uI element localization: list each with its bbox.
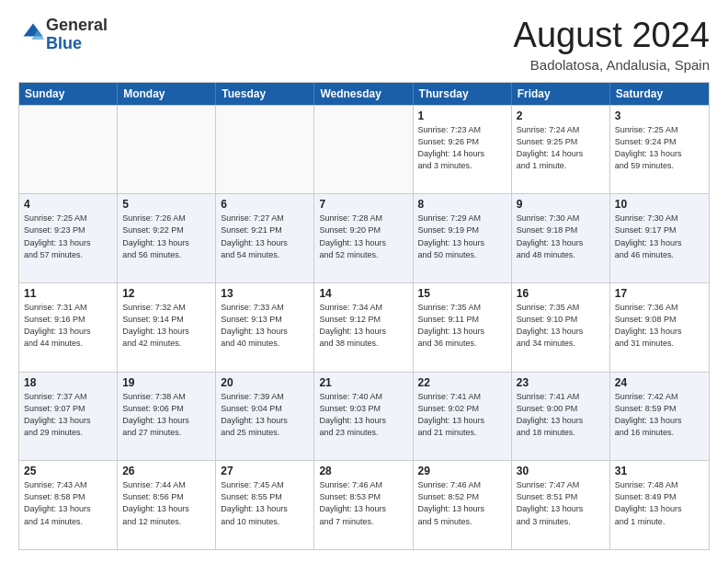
day-info: Sunrise: 7:23 AM Sunset: 9:26 PM Dayligh…: [418, 124, 506, 172]
cal-cell-3-7: 17Sunrise: 7:36 AM Sunset: 9:08 PM Dayli…: [610, 283, 709, 372]
day-info: Sunrise: 7:36 AM Sunset: 9:08 PM Dayligh…: [615, 302, 704, 350]
calendar-body: 1Sunrise: 7:23 AM Sunset: 9:26 PM Daylig…: [19, 105, 709, 549]
day-info: Sunrise: 7:25 AM Sunset: 9:23 PM Dayligh…: [24, 213, 112, 260]
day-number: 13: [221, 287, 309, 300]
day-number: 24: [615, 376, 704, 389]
day-info: Sunrise: 7:45 AM Sunset: 8:55 PM Dayligh…: [221, 479, 309, 527]
location: Badolatosa, Andalusia, Spain: [514, 57, 710, 73]
calendar-header: Sunday Monday Tuesday Wednesday Thursday…: [19, 83, 709, 105]
day-info: Sunrise: 7:29 AM Sunset: 9:19 PM Dayligh…: [418, 213, 506, 260]
day-number: 5: [122, 198, 210, 211]
header-friday: Friday: [512, 83, 610, 105]
day-number: 9: [517, 198, 605, 211]
day-info: Sunrise: 7:35 AM Sunset: 9:11 PM Dayligh…: [418, 302, 506, 350]
day-number: 14: [319, 287, 407, 300]
day-info: Sunrise: 7:28 AM Sunset: 9:20 PM Dayligh…: [319, 213, 407, 260]
cal-cell-3-6: 16Sunrise: 7:35 AM Sunset: 9:10 PM Dayli…: [512, 283, 610, 372]
day-number: 1: [418, 109, 506, 122]
cal-cell-4-7: 24Sunrise: 7:42 AM Sunset: 8:59 PM Dayli…: [610, 373, 709, 461]
cal-cell-3-2: 12Sunrise: 7:32 AM Sunset: 9:14 PM Dayli…: [118, 283, 216, 372]
day-info: Sunrise: 7:27 AM Sunset: 9:21 PM Dayligh…: [221, 213, 309, 260]
cal-row-2: 4Sunrise: 7:25 AM Sunset: 9:23 PM Daylig…: [19, 193, 709, 282]
cal-row-3: 11Sunrise: 7:31 AM Sunset: 9:16 PM Dayli…: [19, 282, 709, 372]
cal-cell-2-4: 7Sunrise: 7:28 AM Sunset: 9:20 PM Daylig…: [314, 194, 413, 282]
cal-cell-4-2: 19Sunrise: 7:38 AM Sunset: 9:06 PM Dayli…: [118, 373, 216, 461]
day-info: Sunrise: 7:30 AM Sunset: 9:17 PM Dayligh…: [615, 213, 704, 260]
day-info: Sunrise: 7:41 AM Sunset: 9:00 PM Dayligh…: [517, 391, 605, 439]
cal-row-1: 1Sunrise: 7:23 AM Sunset: 9:26 PM Daylig…: [19, 105, 709, 194]
cal-cell-4-6: 23Sunrise: 7:41 AM Sunset: 9:00 PM Dayli…: [512, 373, 610, 461]
title-block: August 2024 Badolatosa, Andalusia, Spain: [514, 17, 710, 73]
logo-general-text: General: [46, 16, 108, 34]
day-number: 23: [517, 376, 605, 389]
cal-cell-4-5: 22Sunrise: 7:41 AM Sunset: 9:02 PM Dayli…: [414, 373, 512, 461]
cal-cell-4-1: 18Sunrise: 7:37 AM Sunset: 9:07 PM Dayli…: [19, 373, 118, 461]
day-number: 10: [615, 198, 704, 211]
cal-row-4: 18Sunrise: 7:37 AM Sunset: 9:07 PM Dayli…: [19, 372, 709, 461]
day-number: 8: [418, 198, 506, 211]
day-number: 20: [221, 376, 309, 389]
cal-cell-2-7: 10Sunrise: 7:30 AM Sunset: 9:17 PM Dayli…: [610, 194, 709, 282]
cal-cell-2-2: 5Sunrise: 7:26 AM Sunset: 9:22 PM Daylig…: [118, 194, 216, 282]
day-info: Sunrise: 7:32 AM Sunset: 9:14 PM Dayligh…: [122, 302, 210, 350]
day-number: 6: [221, 198, 309, 211]
cal-cell-3-4: 14Sunrise: 7:34 AM Sunset: 9:12 PM Dayli…: [314, 283, 413, 372]
day-number: 12: [122, 287, 210, 300]
header-saturday: Saturday: [610, 83, 709, 105]
header-monday: Monday: [118, 83, 216, 105]
cal-cell-1-7: 3Sunrise: 7:25 AM Sunset: 9:24 PM Daylig…: [610, 106, 709, 194]
cal-cell-5-6: 30Sunrise: 7:47 AM Sunset: 8:51 PM Dayli…: [512, 461, 610, 549]
day-number: 19: [122, 376, 210, 389]
cal-cell-5-4: 28Sunrise: 7:46 AM Sunset: 8:53 PM Dayli…: [314, 461, 413, 549]
cal-cell-5-3: 27Sunrise: 7:45 AM Sunset: 8:55 PM Dayli…: [216, 461, 314, 549]
day-info: Sunrise: 7:25 AM Sunset: 9:24 PM Dayligh…: [615, 124, 704, 172]
day-info: Sunrise: 7:41 AM Sunset: 9:02 PM Dayligh…: [418, 391, 506, 439]
header-tuesday: Tuesday: [216, 83, 314, 105]
day-info: Sunrise: 7:44 AM Sunset: 8:56 PM Dayligh…: [122, 479, 210, 527]
header: General Blue August 2024 Badolatosa, And…: [18, 17, 710, 73]
cal-cell-1-4: [314, 106, 413, 194]
day-info: Sunrise: 7:38 AM Sunset: 9:06 PM Dayligh…: [122, 391, 210, 439]
logo-blue-text: Blue: [46, 34, 82, 52]
day-number: 26: [122, 465, 210, 477]
cal-cell-1-5: 1Sunrise: 7:23 AM Sunset: 9:26 PM Daylig…: [414, 106, 512, 194]
day-number: 3: [615, 109, 704, 122]
calendar: Sunday Monday Tuesday Wednesday Thursday…: [18, 82, 710, 550]
day-info: Sunrise: 7:39 AM Sunset: 9:04 PM Dayligh…: [221, 391, 309, 439]
day-info: Sunrise: 7:33 AM Sunset: 9:13 PM Dayligh…: [221, 302, 309, 350]
day-number: 21: [319, 376, 407, 389]
cal-cell-5-1: 25Sunrise: 7:43 AM Sunset: 8:58 PM Dayli…: [19, 461, 118, 549]
cal-cell-1-6: 2Sunrise: 7:24 AM Sunset: 9:25 PM Daylig…: [512, 106, 610, 194]
header-wednesday: Wednesday: [314, 83, 413, 105]
day-info: Sunrise: 7:47 AM Sunset: 8:51 PM Dayligh…: [517, 479, 605, 527]
cal-cell-1-2: [118, 106, 216, 194]
header-sunday: Sunday: [19, 83, 118, 105]
cal-cell-1-1: [19, 106, 118, 194]
day-info: Sunrise: 7:35 AM Sunset: 9:10 PM Dayligh…: [517, 302, 605, 350]
cal-cell-3-3: 13Sunrise: 7:33 AM Sunset: 9:13 PM Dayli…: [216, 283, 314, 372]
header-thursday: Thursday: [414, 83, 512, 105]
day-number: 25: [24, 465, 112, 477]
day-number: 11: [24, 287, 112, 300]
cal-cell-3-5: 15Sunrise: 7:35 AM Sunset: 9:11 PM Dayli…: [414, 283, 512, 372]
logo-icon: [20, 20, 46, 46]
day-info: Sunrise: 7:30 AM Sunset: 9:18 PM Dayligh…: [517, 213, 605, 260]
cal-cell-5-5: 29Sunrise: 7:46 AM Sunset: 8:52 PM Dayli…: [414, 461, 512, 549]
day-number: 2: [517, 109, 605, 122]
day-info: Sunrise: 7:37 AM Sunset: 9:07 PM Dayligh…: [24, 391, 112, 439]
cal-cell-2-3: 6Sunrise: 7:27 AM Sunset: 9:21 PM Daylig…: [216, 194, 314, 282]
day-number: 18: [24, 376, 112, 389]
day-info: Sunrise: 7:42 AM Sunset: 8:59 PM Dayligh…: [615, 391, 704, 439]
cal-row-5: 25Sunrise: 7:43 AM Sunset: 8:58 PM Dayli…: [19, 460, 709, 549]
day-number: 7: [319, 198, 407, 211]
day-info: Sunrise: 7:31 AM Sunset: 9:16 PM Dayligh…: [24, 302, 112, 350]
day-info: Sunrise: 7:46 AM Sunset: 8:52 PM Dayligh…: [418, 479, 506, 527]
day-info: Sunrise: 7:26 AM Sunset: 9:22 PM Dayligh…: [122, 213, 210, 260]
day-number: 27: [221, 465, 309, 477]
day-number: 30: [517, 465, 605, 477]
month-title: August 2024: [514, 17, 710, 55]
day-number: 15: [418, 287, 506, 300]
day-number: 17: [615, 287, 704, 300]
day-info: Sunrise: 7:46 AM Sunset: 8:53 PM Dayligh…: [319, 479, 407, 527]
cal-cell-5-2: 26Sunrise: 7:44 AM Sunset: 8:56 PM Dayli…: [118, 461, 216, 549]
